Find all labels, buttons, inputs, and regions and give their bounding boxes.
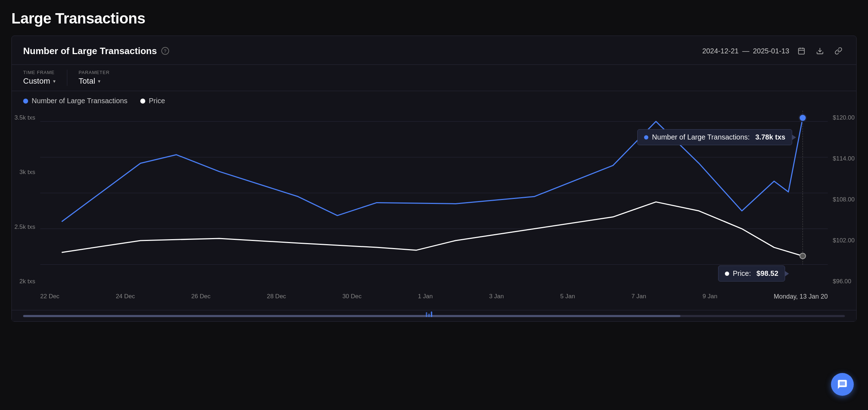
- download-icon[interactable]: [814, 44, 826, 57]
- x-label-8: 7 Jan: [631, 293, 646, 300]
- chart-title-group: Number of Large Transactions ?: [23, 46, 169, 57]
- date-end: 2025-01-13: [753, 47, 789, 55]
- y-right-5: $96.00: [828, 278, 856, 285]
- x-label-3: 28 Dec: [267, 293, 286, 300]
- legend-row: Number of Large Transactions Price: [12, 91, 856, 111]
- x-label-5: 1 Jan: [418, 293, 433, 300]
- page-title: Large Transactions: [11, 10, 857, 27]
- timeframe-label: TIME FRAME: [23, 70, 56, 75]
- controls-row: TIME FRAME Custom ▾ PARAMETER Total ▾: [12, 65, 856, 91]
- y-axis-left: 3.5k txs 3k txs 2.5k txs 2k txs: [12, 111, 40, 289]
- tooltip-price-label: Price:: [733, 269, 753, 278]
- y-right-3: $108.00: [828, 196, 856, 203]
- y-left-1: 3.5k txs: [12, 114, 40, 121]
- chart-area: 3.5k txs 3k txs 2.5k txs 2k txs $120.00 …: [12, 111, 856, 310]
- y-left-3: 2.5k txs: [12, 224, 40, 231]
- tooltip-price: Price: $98.52: [718, 266, 785, 282]
- date-separator: —: [742, 47, 749, 55]
- scrollbar-area: [12, 310, 856, 321]
- parameter-select[interactable]: Total ▾: [79, 77, 110, 86]
- x-label-date: Monday, 13 Jan 20: [774, 293, 828, 300]
- parameter-value: Total: [79, 77, 95, 86]
- legend-label-transactions: Number of Large Transactions: [32, 97, 127, 105]
- scrollbar-track[interactable]: [23, 315, 845, 317]
- svg-point-11: [799, 114, 806, 121]
- date-start: 2024-12-21: [702, 47, 738, 55]
- chart-header-right: 2024-12-21 — 2025-01-13: [702, 44, 845, 57]
- x-label-6: 3 Jan: [489, 293, 504, 300]
- legend-dot-white: [140, 99, 145, 104]
- x-label-0: 22 Dec: [40, 293, 59, 300]
- parameter-chevron: ▾: [98, 78, 100, 84]
- timeframe-value: Custom: [23, 77, 50, 86]
- tooltip-transactions-value: 3.78k txs: [755, 133, 785, 141]
- parameter-label: PARAMETER: [79, 70, 110, 75]
- x-label-2: 26 Dec: [191, 293, 210, 300]
- legend-label-price: Price: [149, 97, 165, 105]
- tooltip-blue-dot: [644, 135, 648, 140]
- tooltip-white-dot: [725, 272, 729, 276]
- date-range: 2024-12-21 — 2025-01-13: [702, 47, 789, 55]
- calendar-icon[interactable]: [795, 44, 808, 57]
- x-label-7: 5 Jan: [560, 293, 575, 300]
- legend-dot-blue: [23, 99, 28, 104]
- chart-header: Number of Large Transactions ? 2024-12-2…: [12, 36, 856, 65]
- svg-rect-0: [799, 48, 805, 54]
- y-right-2: $114.00: [828, 155, 856, 162]
- link-icon[interactable]: [832, 44, 845, 57]
- tooltip-arrow-bottom: [785, 271, 789, 277]
- x-label-9: 9 Jan: [702, 293, 717, 300]
- x-label-4: 30 Dec: [343, 293, 362, 300]
- y-right-1: $120.00: [828, 114, 856, 121]
- timeframe-select[interactable]: Custom ▾: [23, 77, 56, 86]
- x-axis: 22 Dec 24 Dec 26 Dec 28 Dec 30 Dec 1 Jan…: [40, 289, 828, 310]
- timeframe-chevron: ▾: [53, 78, 56, 84]
- tooltip-transactions-label: Number of Large Transactions:: [652, 133, 752, 141]
- y-axis-right: $120.00 $114.00 $108.00 $102.00 $96.00: [828, 111, 856, 289]
- timeframe-group: TIME FRAME Custom ▾: [23, 70, 67, 86]
- legend-item-price: Price: [140, 97, 165, 105]
- tooltip-price-value: $98.52: [757, 269, 778, 278]
- chart-container: Number of Large Transactions ? 2024-12-2…: [11, 36, 857, 322]
- svg-point-12: [800, 253, 806, 259]
- parameter-group: PARAMETER Total ▾: [79, 70, 121, 86]
- legend-item-transactions: Number of Large Transactions: [23, 97, 127, 105]
- chat-button[interactable]: [831, 373, 854, 396]
- chart-title: Number of Large Transactions: [23, 46, 157, 57]
- tooltip-transactions: Number of Large Transactions: 3.78k txs: [637, 129, 792, 145]
- tooltip-arrow-top: [792, 135, 796, 140]
- scrollbar-thumb[interactable]: [23, 315, 680, 317]
- y-left-4: 2k txs: [12, 278, 40, 285]
- y-left-2: 3k txs: [12, 169, 40, 176]
- x-label-1: 24 Dec: [116, 293, 135, 300]
- y-right-4: $102.00: [828, 237, 856, 244]
- info-icon[interactable]: ?: [161, 47, 169, 55]
